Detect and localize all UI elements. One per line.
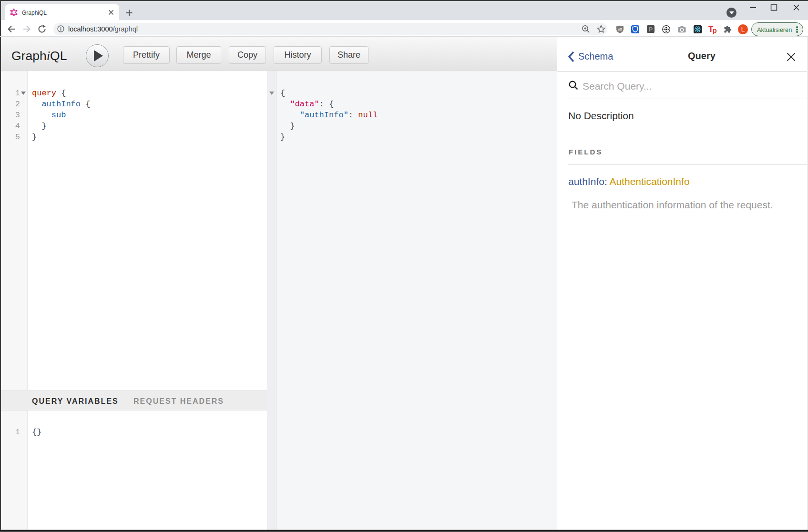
svg-text:P: P — [649, 26, 653, 33]
svg-text:uO: uO — [618, 28, 622, 31]
